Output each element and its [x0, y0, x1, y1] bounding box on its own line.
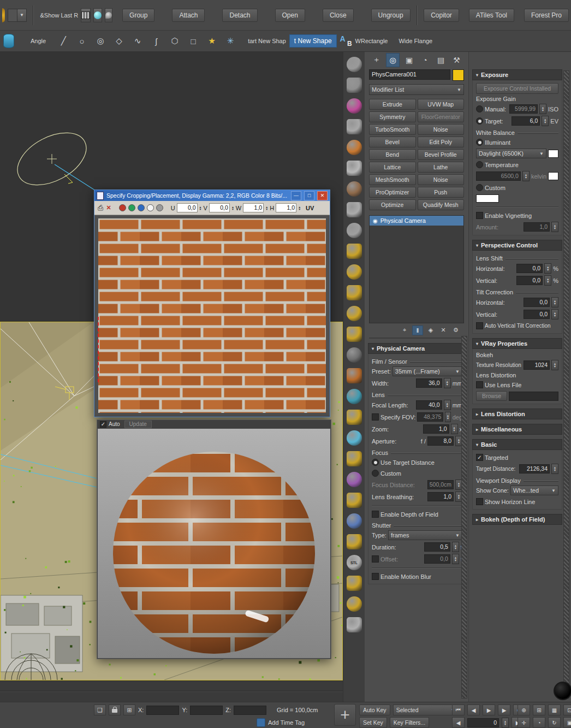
mono-channel-icon[interactable] — [156, 204, 163, 211]
gold-pyramid-icon[interactable] — [347, 576, 362, 591]
lens-file-field[interactable] — [509, 392, 558, 401]
material-sphere-icon[interactable] — [93, 8, 102, 22]
h-spinner[interactable] — [298, 206, 301, 210]
manual-iso-field[interactable]: 5999,99 — [509, 104, 538, 114]
y-coordinate-field[interactable] — [190, 706, 223, 715]
focal-length-field[interactable]: 40,0 — [416, 400, 442, 410]
play-icon[interactable]: ▶ — [483, 705, 495, 715]
chevron-down-icon[interactable]: ▼ — [17, 9, 26, 21]
donut-tool-icon[interactable]: ◎ — [94, 34, 107, 48]
gold-cone-icon[interactable] — [347, 306, 362, 321]
toolbar-button-detach[interactable]: Detach — [222, 9, 257, 22]
enable-dof-checkbox[interactable] — [372, 511, 379, 518]
target-distance-spinner[interactable] — [551, 464, 558, 474]
orbit-icon[interactable]: ↻ — [548, 717, 561, 728]
show-horizon-checkbox[interactable] — [476, 498, 483, 505]
u-field[interactable]: 0,0 — [177, 203, 198, 212]
gold-box-icon[interactable] — [347, 244, 362, 259]
star-icon[interactable]: ★ — [205, 34, 218, 48]
arc-tool-icon[interactable]: ʃ — [150, 34, 163, 48]
offset-spinner[interactable] — [452, 554, 459, 564]
track-bar[interactable] — [0, 680, 343, 702]
browse-button[interactable]: Browse — [476, 391, 507, 401]
ball-icon[interactable] — [347, 202, 362, 217]
offset-checkbox[interactable] — [372, 555, 379, 563]
alpha-channel-icon[interactable] — [147, 204, 154, 211]
previous-frame-icon[interactable]: ◀ — [467, 705, 480, 715]
enable-motion-blur-checkbox[interactable] — [372, 573, 379, 580]
gold-plane-icon[interactable] — [347, 534, 362, 549]
duration-spinner[interactable] — [452, 542, 459, 552]
new-shape-button[interactable]: t New Shape — [289, 34, 337, 48]
toolbar-button-copitor[interactable]: Copitor — [424, 9, 459, 22]
offset-field[interactable]: 0,0 — [424, 554, 450, 564]
toolbar-button-close[interactable]: Close — [323, 9, 354, 22]
cup-icon[interactable] — [347, 223, 362, 238]
target-ev-field[interactable]: 6,0 — [511, 116, 540, 126]
rollout-header-miscellaneous[interactable]: ▸Miscellaneous — [472, 424, 562, 435]
red-channel-icon[interactable] — [119, 204, 126, 211]
modifier-button-floorgenerator[interactable]: FloorGenerator — [418, 111, 465, 122]
shutter-type-dropdown[interactable]: frames▼ — [388, 530, 462, 540]
modifier-button-bend[interactable]: Bend — [369, 149, 416, 160]
gold-sphere-icon[interactable] — [347, 264, 362, 280]
custom-focus-radio[interactable] — [372, 470, 379, 477]
specify-fov-checkbox[interactable] — [372, 413, 379, 421]
aperture-field[interactable]: 8,0 — [427, 436, 454, 446]
zoom-field[interactable]: 1,0 — [423, 424, 449, 434]
object-name-field[interactable]: PhysCamera001 — [369, 69, 450, 80]
modifier-button-lathe[interactable]: Lathe — [418, 162, 465, 173]
named-selection-combo[interactable]: ▼ — [8, 9, 27, 22]
tilt-horizontal-field[interactable]: 0,0 — [524, 298, 550, 307]
h-field[interactable]: 1,0 — [276, 203, 296, 212]
teal-sphere-icon[interactable] — [347, 389, 362, 404]
next-frame-icon[interactable]: ▶ — [498, 705, 510, 715]
modifier-button-lattice[interactable]: Lattice — [369, 162, 416, 173]
texture-resolution-field[interactable]: 1024 — [524, 360, 550, 370]
use-lens-file-checkbox[interactable] — [476, 381, 483, 388]
amount-field[interactable]: 1,0 — [524, 222, 550, 232]
pan-icon[interactable]: ✛ — [518, 717, 530, 728]
rollout-header-lens-distortion[interactable]: ▸Lens Distortion — [472, 409, 562, 419]
purple-cluster-icon[interactable] — [347, 472, 362, 487]
temperature-radio[interactable] — [476, 161, 483, 168]
fov-field[interactable]: 48,375 — [417, 412, 443, 422]
hierarchy-tab-icon[interactable]: ▣ — [403, 54, 415, 67]
isolate-selection-icon[interactable]: ❏ — [94, 705, 106, 715]
modifier-button-uvw-map[interactable]: UVW Map — [418, 99, 465, 110]
texture-resolution-spinner[interactable] — [551, 360, 558, 370]
toolbar-button-ungroup[interactable]: Ungroup — [371, 9, 411, 22]
snapshot-icon[interactable] — [81, 8, 91, 22]
uv-label[interactable]: UV — [306, 205, 314, 211]
targeted-checkbox[interactable]: ✓ — [476, 454, 483, 461]
frame-spinner[interactable] — [502, 718, 509, 728]
toolbar-button-group[interactable]: Group — [122, 9, 154, 22]
lens-breathing-field[interactable]: 1,0 — [427, 492, 454, 501]
toolbar-button-forest-pro[interactable]: Forest Pro — [524, 9, 569, 22]
toolbar-button-open[interactable]: Open — [275, 9, 305, 22]
exposure-control-installed-button[interactable]: Exposure Control Installed — [476, 83, 558, 94]
modifier-button-edit-poly[interactable]: Edit Poly — [418, 137, 465, 147]
display-tab-icon[interactable]: ▤ — [435, 54, 447, 67]
width-field[interactable]: 36,0 — [416, 378, 442, 388]
use-target-distance-radio[interactable] — [372, 459, 379, 466]
selection-set-dropdown[interactable]: Selected▼ — [393, 705, 459, 715]
line-tool-icon[interactable]: ╱ — [57, 34, 70, 48]
modifier-button-turbosmooth[interactable]: TurboSmooth — [369, 124, 416, 135]
fov-spinner[interactable] — [445, 412, 450, 422]
big-plus-icon[interactable]: + — [334, 704, 356, 726]
create-tab-icon[interactable]: ＋ — [370, 54, 383, 67]
toolbar-button-atiles-tool[interactable]: ATiles Tool — [469, 9, 514, 22]
illuminant-dropdown[interactable]: Daylight (6500K)▼ — [476, 149, 546, 158]
modifier-button-quadify-mesh[interactable]: Quadify Mesh — [418, 199, 465, 210]
motion-tab-icon[interactable]: ◔ — [419, 54, 431, 67]
duration-field[interactable]: 0,5 — [424, 542, 450, 552]
rollout-header-bokeh-dof[interactable]: ▸Bokeh (Depth of Field) — [472, 514, 562, 525]
target-distance-field[interactable]: 2126,34 — [519, 464, 550, 474]
gold-star-icon[interactable] — [347, 451, 362, 466]
maximize-viewport-icon[interactable]: ▣ — [563, 717, 571, 728]
wave-tool-icon[interactable]: ∿ — [131, 34, 144, 48]
zoom-spinner[interactable] — [451, 424, 458, 434]
autogrid-icon[interactable]: AB — [340, 34, 352, 48]
pin-stack-icon[interactable]: ⌖ — [400, 325, 409, 334]
